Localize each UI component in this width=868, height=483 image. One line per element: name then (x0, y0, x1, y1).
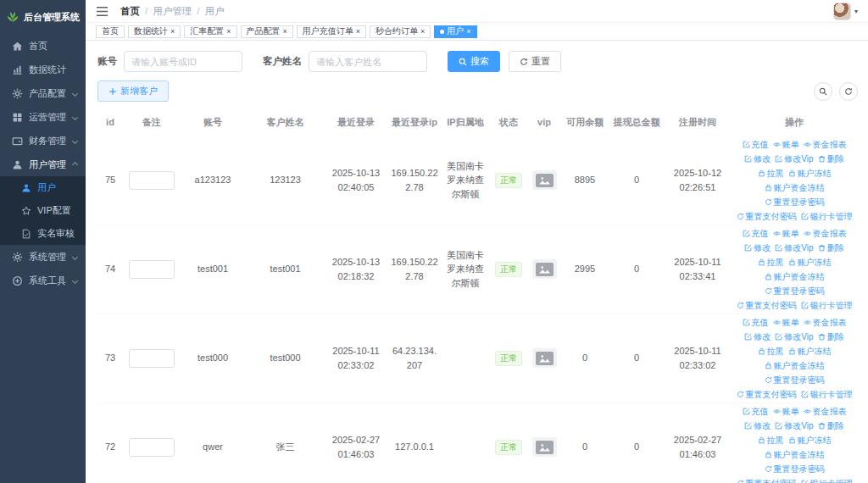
sidebar-item-finance[interactable]: 财务管理 (0, 129, 86, 153)
action-blacklist[interactable]: 拉黑 (758, 434, 784, 447)
action-fund-report[interactable]: 资金报表 (804, 227, 847, 240)
sidebar-item-stats[interactable]: 数据统计 (0, 58, 86, 81)
close-icon[interactable]: × (356, 28, 360, 36)
action-bill[interactable]: 账单 (773, 227, 799, 240)
action-modify-vip[interactable]: 修改Vip (775, 330, 813, 343)
action-modify-vip[interactable]: 修改Vip (775, 242, 813, 254)
action-bill[interactable]: 账单 (773, 316, 799, 329)
tab-data-stats[interactable]: 数据统计× (128, 25, 181, 38)
action-recharge[interactable]: 充值 (743, 227, 769, 240)
close-icon[interactable]: × (226, 28, 231, 36)
action-delete[interactable]: 删除 (818, 153, 844, 165)
action-account-freeze[interactable]: 账户冻结 (788, 345, 832, 358)
action-modify[interactable]: 修改 (744, 419, 771, 432)
close-icon[interactable]: × (170, 28, 175, 36)
action-modify[interactable]: 修改 (744, 242, 771, 254)
col-balance: 可用余额 (561, 114, 609, 131)
tab-recharge-orders[interactable]: 用户充值订单× (297, 25, 366, 38)
remark-input[interactable] (129, 438, 175, 457)
action-bank-card-manage[interactable]: 银行卡管理 (801, 299, 853, 312)
sidebar-item-home[interactable]: 首页 (0, 34, 86, 58)
action-recharge[interactable]: 充值 (743, 138, 769, 151)
tab-home[interactable]: 首页 (96, 25, 125, 38)
refresh-table-button[interactable] (839, 82, 858, 101)
action-modify[interactable]: 修改 (744, 153, 771, 165)
tab-user[interactable]: 用户× (434, 25, 476, 38)
action-reset-login-password[interactable]: 重置登录密码 (765, 374, 825, 386)
close-icon[interactable]: × (283, 28, 287, 36)
action-modify[interactable]: 修改 (744, 330, 771, 343)
search-icon (819, 87, 827, 96)
vip-image-icon[interactable] (532, 348, 557, 368)
action-bill[interactable]: 账单 (773, 405, 799, 418)
customer-name-input[interactable] (309, 51, 427, 72)
action-account-fund-freeze[interactable]: 账户资金冻结 (765, 270, 825, 283)
action-delete[interactable]: 删除 (818, 330, 844, 343)
action-fund-report[interactable]: 资金报表 (804, 405, 847, 418)
tab-product-config[interactable]: 产品配置× (241, 25, 293, 38)
refresh-icon (737, 213, 744, 220)
action-bank-card-manage[interactable]: 银行卡管理 (801, 388, 853, 401)
sidebar-item-system-tools[interactable]: 系统工具 (0, 269, 86, 292)
sidebar-item-user-management[interactable]: 用户管理 (0, 153, 86, 176)
view-icon (773, 319, 781, 326)
action-reset-pay-password[interactable]: 重置支付密码 (737, 388, 797, 401)
close-icon[interactable]: × (466, 28, 470, 36)
user-avatar[interactable] (833, 3, 851, 20)
vip-image-icon[interactable] (532, 437, 557, 457)
add-customer-button[interactable]: 新增客户 (97, 80, 169, 102)
remark-input[interactable] (129, 171, 175, 190)
action-reset-pay-password[interactable]: 重置支付密码 (737, 299, 797, 312)
close-icon[interactable]: × (420, 28, 425, 36)
action-fund-report[interactable]: 资金报表 (804, 316, 847, 329)
vip-image-icon[interactable] (532, 259, 557, 279)
reset-button[interactable]: 重置 (509, 51, 561, 72)
view-icon (804, 230, 811, 237)
action-account-freeze[interactable]: 账户冻结 (788, 256, 832, 269)
action-bank-card-manage[interactable]: 银行卡管理 (801, 210, 853, 223)
breadcrumb-home[interactable]: 首页 (120, 5, 140, 18)
action-account-freeze[interactable]: 账户冻结 (788, 434, 832, 447)
cell-id: 75 (96, 171, 125, 189)
caret-down-icon[interactable]: ▾ (854, 8, 858, 15)
action-account-freeze[interactable]: 账户冻结 (788, 167, 832, 180)
action-account-fund-freeze[interactable]: 账户资金冻结 (765, 181, 825, 194)
action-bill[interactable]: 账单 (773, 138, 799, 151)
action-account-fund-freeze[interactable]: 账户资金冻结 (765, 448, 825, 461)
action-modify-vip[interactable]: 修改Vip (775, 419, 813, 432)
action-fund-report[interactable]: 资金报表 (804, 138, 847, 151)
action-modify-vip[interactable]: 修改Vip (775, 153, 813, 165)
vip-image-icon[interactable] (532, 170, 557, 190)
action-account-fund-freeze[interactable]: 账户资金冻结 (765, 359, 825, 372)
action-reset-pay-password[interactable]: 重置支付密码 (737, 210, 797, 223)
sidebar-subitem-vip-config[interactable]: VIP配置 (0, 199, 86, 222)
action-reset-login-password[interactable]: 重置登录密码 (765, 463, 825, 475)
breadcrumb-separator: / (145, 6, 147, 16)
search-form: 账号 客户姓名 搜索 重置 (97, 51, 858, 72)
action-reset-login-password[interactable]: 重置登录密码 (765, 196, 825, 208)
sidebar-item-operation[interactable]: 运营管理 (0, 105, 86, 129)
action-recharge[interactable]: 充值 (743, 405, 769, 418)
action-recharge[interactable]: 充值 (743, 316, 769, 329)
action-blacklist[interactable]: 拉黑 (758, 256, 784, 269)
action-reset-pay-password[interactable]: 重置支付密码 (737, 477, 797, 483)
action-blacklist[interactable]: 拉黑 (758, 167, 784, 180)
search-toggle-button[interactable] (814, 82, 832, 101)
hamburger-icon[interactable] (96, 6, 108, 17)
tab-exchange-rate-config[interactable]: 汇率配置× (184, 25, 236, 38)
tab-second-contract-orders[interactable]: 秒合约订单× (370, 25, 431, 38)
sidebar-item-product-config[interactable]: 产品配置 (0, 81, 86, 105)
account-label: 账号 (97, 55, 117, 68)
account-input[interactable] (124, 51, 242, 72)
remark-input[interactable] (129, 349, 175, 368)
sidebar-item-system-management[interactable]: 系统管理 (0, 245, 86, 269)
sidebar-subitem-real-name-audit[interactable]: 实名审核 (0, 222, 86, 245)
remark-input[interactable] (129, 260, 175, 279)
action-bank-card-manage[interactable]: 银行卡管理 (801, 477, 853, 483)
search-button[interactable]: 搜索 (448, 51, 500, 72)
action-delete[interactable]: 删除 (818, 242, 844, 254)
action-delete[interactable]: 删除 (818, 419, 844, 432)
action-blacklist[interactable]: 拉黑 (758, 345, 784, 358)
action-reset-login-password[interactable]: 重置登录密码 (765, 285, 825, 297)
sidebar-subitem-user[interactable]: 用户 (0, 176, 86, 199)
